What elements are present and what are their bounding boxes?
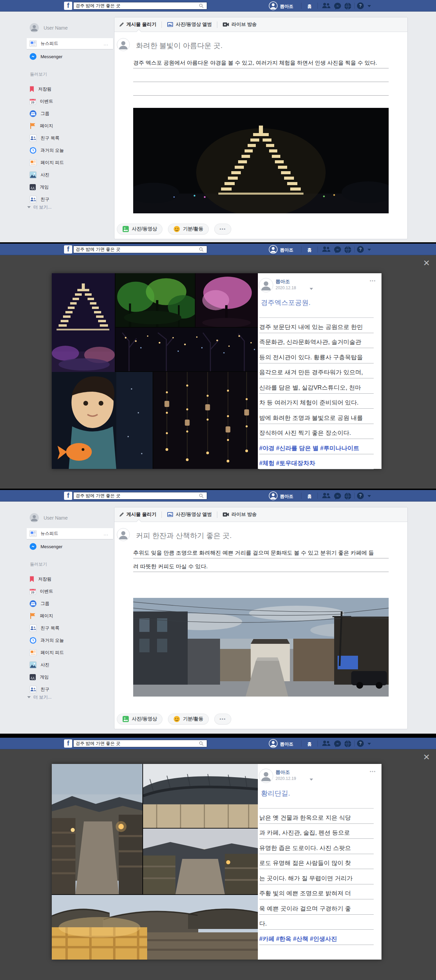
sidebar-item-photos[interactable]: 사진 [27, 659, 113, 670]
friend-requests-icon[interactable] [321, 2, 331, 9]
sidebar-item-groups[interactable]: 그룹 [27, 108, 113, 119]
collage-photo-light-trees[interactable] [115, 328, 258, 371]
account-caret-icon[interactable] [367, 495, 371, 497]
sidebar-profile[interactable]: User Name [30, 23, 68, 32]
newsfeed-options[interactable]: ... [104, 41, 108, 46]
post-body-editor[interactable]: 추위도 잊을 만큼 조명으로 화려해진 예쁜 거리를 걸으며 문화재도 볼 수 … [133, 545, 389, 572]
tab-photo-video-album[interactable]: 사진/동영상 앨범 [167, 511, 212, 517]
header-avatar-icon[interactable] [269, 492, 278, 500]
header-home-link[interactable]: 홈 [307, 741, 311, 747]
sidebar-item-games[interactable]: 게임 [27, 182, 113, 192]
search-input[interactable] [73, 2, 207, 10]
post-photo-tower-night[interactable] [133, 108, 389, 213]
header-avatar-icon[interactable] [269, 245, 278, 254]
tab-photo-video-album[interactable]: 사진/동영상 앨범 [167, 21, 212, 27]
sidebar-item-messenger[interactable]: Messenger [27, 51, 113, 62]
friend-requests-icon[interactable] [321, 740, 331, 746]
sidebar-item-friends[interactable]: 친구 [27, 684, 113, 695]
search-input[interactable] [73, 740, 207, 747]
collage-photo-media-art-woman[interactable] [52, 372, 153, 469]
sidebar-item-messenger[interactable]: Messenger [27, 541, 113, 552]
notifications-globe-icon[interactable] [344, 2, 351, 10]
collage-photo-hanok-alley[interactable] [52, 764, 142, 894]
sidebar-item-pages-feed[interactable]: 페이지 피드 [27, 647, 113, 658]
photo-video-button[interactable]: 사진/동영상 [117, 714, 163, 724]
hashtag-links[interactable]: #체험 #토우대장차차 [259, 454, 374, 469]
help-icon[interactable]: ? [357, 2, 364, 9]
sidebar-item-saved[interactable]: 저장됨 [27, 574, 113, 585]
facebook-logo[interactable]: f [64, 492, 72, 500]
photo-video-button[interactable]: 사진/동영상 [117, 224, 163, 234]
search-icon[interactable] [199, 247, 204, 252]
more-options-button[interactable]: ••• [214, 224, 232, 234]
search-input[interactable] [73, 492, 207, 500]
header-home-link[interactable]: 홈 [307, 247, 311, 253]
facebook-logo[interactable]: f [64, 740, 72, 748]
facebook-logo[interactable]: f [64, 2, 72, 10]
sidebar-item-pages[interactable]: 페이지 [27, 121, 113, 131]
notifications-globe-icon[interactable] [344, 492, 351, 500]
feeling-activity-button[interactable]: 기분/활동 [168, 224, 209, 234]
sidebar-item-saved[interactable]: 저장됨 [27, 84, 113, 95]
more-options-button[interactable]: ••• [214, 714, 232, 724]
post-menu-button[interactable]: ••• [370, 769, 376, 774]
collage-photo-golden-roofs[interactable] [52, 895, 258, 959]
collage-photo-hanging-lights[interactable] [153, 372, 258, 469]
close-icon[interactable]: × [422, 258, 431, 268]
sidebar-item-newsfeed[interactable]: 뉴스피드 ... [27, 38, 113, 49]
tab-create-post[interactable]: 게시물 올리기 [119, 21, 157, 27]
sidebar-item-friends[interactable]: 친구 [27, 194, 113, 205]
post-date[interactable]: 2020.12.18 [276, 285, 296, 290]
author-name-link[interactable]: 뽑아조 [276, 279, 290, 285]
sidebar-item-on-this-day[interactable]: 과거의 오늘 [27, 145, 113, 156]
search-icon[interactable] [199, 493, 204, 498]
header-home-link[interactable]: 홈 [307, 3, 311, 10]
hashtag-links[interactable]: #카페 #한옥 #산책 #인생사진 [259, 930, 374, 945]
post-title[interactable]: 커피 한잔과 산책하기 좋은 곳. [136, 531, 232, 540]
facebook-logo[interactable]: f [64, 245, 72, 253]
account-caret-icon[interactable] [367, 5, 371, 7]
close-icon[interactable]: × [422, 752, 431, 762]
header-home-link[interactable]: 홈 [307, 493, 311, 500]
post-photo-street-dusk[interactable] [133, 598, 389, 697]
sidebar-item-events[interactable]: 25 이벤트 [27, 96, 113, 107]
account-caret-icon[interactable] [367, 249, 371, 251]
place-title-link[interactable]: 황리단길. [261, 789, 290, 798]
sidebar-see-more[interactable]: 더 보기... [27, 694, 51, 700]
tab-live-video[interactable]: 라이브 방송 [222, 511, 257, 517]
caret-down-icon[interactable] [310, 288, 313, 290]
tab-live-video[interactable]: 라이브 방송 [222, 21, 257, 27]
sidebar-item-photos[interactable]: 사진 [27, 169, 113, 180]
friend-requests-icon[interactable] [321, 246, 331, 253]
collage-photo-hanok-street[interactable] [143, 829, 258, 894]
post-menu-button[interactable]: ••• [370, 279, 376, 283]
post-body-editor[interactable]: 경주 엑스포 공원에서 아름다운 야경을 볼 수 있고, 여러가지 체험을 하면… [133, 55, 389, 95]
messages-icon[interactable] [334, 740, 341, 748]
help-icon[interactable]: ? [357, 492, 364, 499]
friend-requests-icon[interactable] [321, 492, 331, 499]
notifications-globe-icon[interactable] [344, 246, 351, 253]
header-avatar-icon[interactable] [269, 2, 278, 10]
search-icon[interactable] [199, 3, 204, 8]
search-input[interactable] [73, 246, 207, 253]
post-title[interactable]: 화려한 불빛이 아름다운 곳. [136, 41, 222, 50]
newsfeed-options[interactable]: ... [104, 531, 108, 536]
sidebar-item-pages[interactable]: 페이지 [27, 611, 113, 621]
header-avatar-icon[interactable] [269, 739, 278, 748]
sidebar-item-events[interactable]: 25 이벤트 [27, 586, 113, 597]
search-icon[interactable] [199, 741, 204, 746]
messages-icon[interactable] [334, 246, 341, 253]
author-name-link[interactable]: 뽑아조 [276, 769, 290, 775]
header-profile-link[interactable]: 뽑아조 [280, 247, 293, 253]
sidebar-item-friend-lists[interactable]: 친구 목록 [27, 623, 113, 633]
collage-photo-tower-purple[interactable] [52, 273, 115, 372]
sidebar-item-pages-feed[interactable]: 페이지 피드 [27, 157, 113, 168]
place-title-link[interactable]: 경주엑스포공원. [261, 298, 311, 307]
collage-photo-pink-tree[interactable] [195, 273, 258, 327]
header-profile-link[interactable]: 뽑아조 [280, 493, 293, 500]
collage-photo-green-projection[interactable] [115, 273, 195, 327]
help-icon[interactable]: ? [357, 246, 364, 253]
account-caret-icon[interactable] [367, 743, 371, 745]
sidebar-item-groups[interactable]: 그룹 [27, 598, 113, 609]
notifications-globe-icon[interactable] [344, 740, 351, 748]
